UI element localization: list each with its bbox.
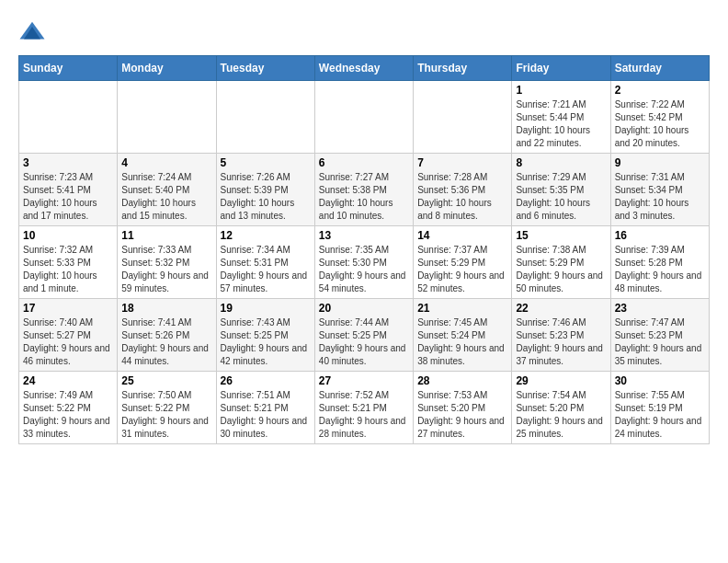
calendar-header-monday: Monday xyxy=(118,56,216,81)
day-number: 14 xyxy=(417,229,507,242)
calendar-header-saturday: Saturday xyxy=(610,56,709,81)
calendar-header-wednesday: Wednesday xyxy=(314,56,413,81)
calendar-cell: 25Sunrise: 7:50 AM Sunset: 5:22 PM Dayli… xyxy=(118,372,216,444)
day-number: 22 xyxy=(516,302,606,315)
day-info: Sunrise: 7:33 AM Sunset: 5:32 PM Dayligh… xyxy=(121,244,211,295)
day-info: Sunrise: 7:29 AM Sunset: 5:35 PM Dayligh… xyxy=(516,171,606,223)
calendar-cell: 4Sunrise: 7:24 AM Sunset: 5:40 PM Daylig… xyxy=(118,154,216,226)
day-info: Sunrise: 7:50 AM Sunset: 5:22 PM Dayligh… xyxy=(121,389,211,441)
calendar-cell xyxy=(216,81,314,154)
day-number: 10 xyxy=(23,229,113,242)
calendar-header-friday: Friday xyxy=(512,56,610,81)
calendar-week-1: 1Sunrise: 7:21 AM Sunset: 5:44 PM Daylig… xyxy=(19,81,710,154)
day-number: 27 xyxy=(319,374,409,387)
day-number: 4 xyxy=(121,156,211,169)
calendar-cell xyxy=(414,81,512,154)
calendar-cell: 26Sunrise: 7:51 AM Sunset: 5:21 PM Dayli… xyxy=(216,372,314,444)
day-info: Sunrise: 7:34 AM Sunset: 5:31 PM Dayligh… xyxy=(221,244,311,295)
calendar-cell: 12Sunrise: 7:34 AM Sunset: 5:31 PM Dayli… xyxy=(216,226,314,299)
day-number: 1 xyxy=(516,84,606,97)
day-info: Sunrise: 7:27 AM Sunset: 5:38 PM Dayligh… xyxy=(319,171,409,223)
day-info: Sunrise: 7:52 AM Sunset: 5:21 PM Dayligh… xyxy=(319,389,409,441)
calendar-cell: 11Sunrise: 7:33 AM Sunset: 5:32 PM Dayli… xyxy=(118,226,216,299)
calendar-cell: 28Sunrise: 7:53 AM Sunset: 5:20 PM Dayli… xyxy=(414,372,512,444)
day-info: Sunrise: 7:23 AM Sunset: 5:41 PM Dayligh… xyxy=(23,171,113,223)
calendar-cell: 1Sunrise: 7:21 AM Sunset: 5:44 PM Daylig… xyxy=(512,81,610,154)
calendar-cell: 20Sunrise: 7:44 AM Sunset: 5:25 PM Dayli… xyxy=(314,299,413,372)
day-number: 15 xyxy=(516,229,606,242)
calendar: SundayMondayTuesdayWednesdayThursdayFrid… xyxy=(18,55,710,444)
calendar-cell: 14Sunrise: 7:37 AM Sunset: 5:29 PM Dayli… xyxy=(414,226,512,299)
day-info: Sunrise: 7:55 AM Sunset: 5:19 PM Dayligh… xyxy=(615,389,705,441)
day-info: Sunrise: 7:31 AM Sunset: 5:34 PM Dayligh… xyxy=(615,171,705,223)
calendar-cell: 16Sunrise: 7:39 AM Sunset: 5:28 PM Dayli… xyxy=(610,226,709,299)
day-number: 24 xyxy=(23,374,113,387)
day-number: 13 xyxy=(319,229,409,242)
logo xyxy=(18,18,50,46)
day-number: 3 xyxy=(23,156,113,169)
day-info: Sunrise: 7:46 AM Sunset: 5:23 PM Dayligh… xyxy=(516,316,606,368)
day-info: Sunrise: 7:43 AM Sunset: 5:25 PM Dayligh… xyxy=(221,316,311,368)
calendar-cell: 27Sunrise: 7:52 AM Sunset: 5:21 PM Dayli… xyxy=(314,372,413,444)
calendar-week-5: 24Sunrise: 7:49 AM Sunset: 5:22 PM Dayli… xyxy=(19,372,710,444)
day-number: 28 xyxy=(417,374,507,387)
calendar-cell: 3Sunrise: 7:23 AM Sunset: 5:41 PM Daylig… xyxy=(19,154,118,226)
calendar-cell xyxy=(314,81,413,154)
calendar-cell: 2Sunrise: 7:22 AM Sunset: 5:42 PM Daylig… xyxy=(610,81,709,154)
day-info: Sunrise: 7:44 AM Sunset: 5:25 PM Dayligh… xyxy=(319,316,409,368)
calendar-cell: 6Sunrise: 7:27 AM Sunset: 5:38 PM Daylig… xyxy=(314,154,413,226)
day-info: Sunrise: 7:41 AM Sunset: 5:26 PM Dayligh… xyxy=(121,316,211,368)
calendar-cell: 9Sunrise: 7:31 AM Sunset: 5:34 PM Daylig… xyxy=(610,154,709,226)
day-number: 12 xyxy=(221,229,311,242)
calendar-cell: 30Sunrise: 7:55 AM Sunset: 5:19 PM Dayli… xyxy=(610,372,709,444)
day-info: Sunrise: 7:45 AM Sunset: 5:24 PM Dayligh… xyxy=(417,316,507,368)
calendar-cell xyxy=(118,81,216,154)
day-info: Sunrise: 7:53 AM Sunset: 5:20 PM Dayligh… xyxy=(417,389,507,441)
calendar-week-4: 17Sunrise: 7:40 AM Sunset: 5:27 PM Dayli… xyxy=(19,299,710,372)
calendar-cell: 17Sunrise: 7:40 AM Sunset: 5:27 PM Dayli… xyxy=(19,299,118,372)
day-number: 5 xyxy=(221,156,311,169)
calendar-cell: 10Sunrise: 7:32 AM Sunset: 5:33 PM Dayli… xyxy=(19,226,118,299)
calendar-header-row: SundayMondayTuesdayWednesdayThursdayFrid… xyxy=(19,56,710,81)
day-info: Sunrise: 7:26 AM Sunset: 5:39 PM Dayligh… xyxy=(221,171,311,223)
calendar-header-sunday: Sunday xyxy=(19,56,118,81)
calendar-cell: 13Sunrise: 7:35 AM Sunset: 5:30 PM Dayli… xyxy=(314,226,413,299)
day-info: Sunrise: 7:51 AM Sunset: 5:21 PM Dayligh… xyxy=(221,389,311,441)
calendar-cell: 15Sunrise: 7:38 AM Sunset: 5:29 PM Dayli… xyxy=(512,226,610,299)
day-number: 21 xyxy=(417,302,507,315)
calendar-week-2: 3Sunrise: 7:23 AM Sunset: 5:41 PM Daylig… xyxy=(19,154,710,226)
day-number: 20 xyxy=(319,302,409,315)
calendar-cell: 29Sunrise: 7:54 AM Sunset: 5:20 PM Dayli… xyxy=(512,372,610,444)
day-number: 18 xyxy=(121,302,211,315)
day-info: Sunrise: 7:47 AM Sunset: 5:23 PM Dayligh… xyxy=(615,316,705,368)
day-info: Sunrise: 7:28 AM Sunset: 5:36 PM Dayligh… xyxy=(417,171,507,223)
day-info: Sunrise: 7:32 AM Sunset: 5:33 PM Dayligh… xyxy=(23,244,113,295)
day-number: 29 xyxy=(516,374,606,387)
header xyxy=(18,18,710,46)
calendar-header-thursday: Thursday xyxy=(414,56,512,81)
calendar-cell: 21Sunrise: 7:45 AM Sunset: 5:24 PM Dayli… xyxy=(414,299,512,372)
day-info: Sunrise: 7:37 AM Sunset: 5:29 PM Dayligh… xyxy=(417,244,507,295)
day-number: 16 xyxy=(615,229,705,242)
calendar-cell: 19Sunrise: 7:43 AM Sunset: 5:25 PM Dayli… xyxy=(216,299,314,372)
calendar-cell: 5Sunrise: 7:26 AM Sunset: 5:39 PM Daylig… xyxy=(216,154,314,226)
day-info: Sunrise: 7:38 AM Sunset: 5:29 PM Dayligh… xyxy=(516,244,606,295)
day-number: 25 xyxy=(121,374,211,387)
day-number: 7 xyxy=(417,156,507,169)
day-number: 17 xyxy=(23,302,113,315)
calendar-cell: 23Sunrise: 7:47 AM Sunset: 5:23 PM Dayli… xyxy=(610,299,709,372)
day-number: 9 xyxy=(615,156,705,169)
calendar-header-tuesday: Tuesday xyxy=(216,56,314,81)
day-info: Sunrise: 7:24 AM Sunset: 5:40 PM Dayligh… xyxy=(121,171,211,223)
calendar-cell xyxy=(19,81,118,154)
day-number: 23 xyxy=(615,302,705,315)
day-number: 30 xyxy=(615,374,705,387)
day-info: Sunrise: 7:21 AM Sunset: 5:44 PM Dayligh… xyxy=(516,98,606,150)
day-info: Sunrise: 7:54 AM Sunset: 5:20 PM Dayligh… xyxy=(516,389,606,441)
day-info: Sunrise: 7:22 AM Sunset: 5:42 PM Dayligh… xyxy=(615,98,705,150)
day-info: Sunrise: 7:49 AM Sunset: 5:22 PM Dayligh… xyxy=(23,389,113,441)
day-number: 8 xyxy=(516,156,606,169)
calendar-cell: 22Sunrise: 7:46 AM Sunset: 5:23 PM Dayli… xyxy=(512,299,610,372)
day-info: Sunrise: 7:39 AM Sunset: 5:28 PM Dayligh… xyxy=(615,244,705,295)
calendar-cell: 8Sunrise: 7:29 AM Sunset: 5:35 PM Daylig… xyxy=(512,154,610,226)
